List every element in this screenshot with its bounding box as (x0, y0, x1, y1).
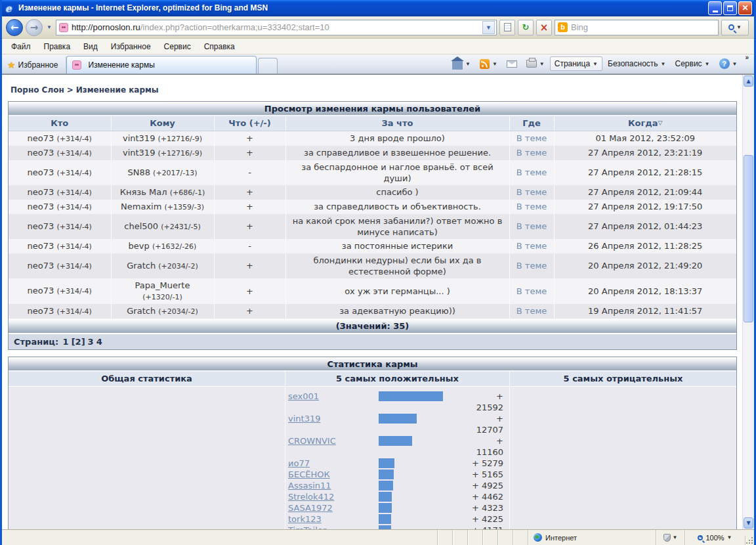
chart-value: + 4225 (469, 513, 503, 525)
topic-link[interactable]: В теме (516, 187, 547, 197)
breadcrumb-root-link[interactable]: Порно Слон (10, 85, 64, 95)
menu-item-Файл[interactable]: Файл (5, 39, 37, 54)
chart-user-link[interactable]: sex001 (288, 391, 379, 402)
column-header-Когда[interactable]: Когда▽ (554, 116, 736, 131)
cell-reason: 3 дня вроде прошло) (285, 131, 509, 146)
forward-button[interactable]: → (26, 19, 43, 36)
toolbar-overflow-chevron[interactable]: » (742, 54, 751, 61)
menu-item-Сервис[interactable]: Сервис (158, 39, 198, 54)
chart-user-link[interactable]: vint319 (288, 413, 379, 424)
print-button[interactable]: ▼ (522, 58, 549, 70)
help-icon: ? (719, 58, 730, 69)
window-title: Изменение кармы - Internet Explorer, opt… (18, 0, 708, 16)
cell-who: neo73 (+314/-4) (9, 278, 111, 304)
menu-item-Избранное[interactable]: Избранное (104, 39, 158, 54)
page-menu-button[interactable]: Страница▼ (550, 56, 602, 71)
receiver-karma: (+12716/-9) (158, 135, 202, 143)
chart-value: + 5279 (469, 458, 503, 469)
help-button[interactable]: ?▼ (715, 56, 742, 71)
topic-link[interactable]: В теме (516, 241, 547, 251)
protected-mode-button[interactable]: ▼ (656, 530, 684, 545)
topic-link[interactable]: В теме (516, 202, 547, 211)
security-zone-indicator: Интернет (528, 530, 656, 545)
column-header-Где[interactable]: Где (509, 116, 554, 131)
safety-menu-button[interactable]: Безопасность▼ (604, 57, 669, 70)
scrollbar-thumb[interactable] (744, 155, 753, 322)
cell-whom: Gratch (+2034/-2) (111, 304, 214, 318)
tab-active[interactable]: Изменение кармы (66, 56, 257, 74)
cell-who: neo73 (+314/-4) (9, 253, 111, 278)
address-dropdown-button[interactable]: ▼ (482, 21, 495, 34)
resize-grip[interactable] (745, 536, 754, 545)
column-header-Что (+/-)[interactable]: Что (+/-) (214, 116, 285, 131)
scroll-up-button[interactable]: ▲ (744, 76, 753, 87)
column-header-Кому[interactable]: Кому (111, 116, 214, 131)
cell-where: В теме (509, 278, 554, 304)
giver-karma: (+314/-4) (56, 287, 91, 295)
compatibility-view-button[interactable] (499, 20, 515, 35)
giver-name: neo73 (28, 221, 54, 231)
chart-user-link[interactable]: TimTailer (288, 525, 379, 530)
chart-user-link[interactable]: Assasin11 (288, 480, 379, 491)
cell-whom: Gratch (+2034/-2) (111, 253, 214, 278)
search-button[interactable]: ▼ (721, 20, 749, 35)
karma-row: neo73 (+314/-4)Князь Мал (+686/-1)+спаси… (9, 185, 736, 200)
topic-link[interactable]: В теме (516, 286, 547, 296)
topic-link[interactable]: В теме (516, 306, 547, 316)
close-button[interactable]: ✕ (738, 1, 752, 15)
search-icon (728, 24, 734, 30)
topic-link[interactable]: В теме (516, 221, 547, 231)
topic-link[interactable]: В теме (516, 133, 547, 143)
column-header-Кто[interactable]: Кто (9, 116, 111, 131)
statusbar-pane (497, 530, 513, 545)
chart-user-link[interactable]: SASA1972 (288, 502, 379, 513)
receiver-karma: (+2431/-5) (161, 223, 200, 231)
topic-link[interactable]: В теме (516, 261, 547, 271)
menu-item-Справка[interactable]: Справка (198, 39, 242, 54)
menu-item-Вид[interactable]: Вид (77, 39, 104, 54)
topic-link[interactable]: В теме (516, 148, 547, 158)
read-mail-button[interactable] (503, 58, 521, 70)
receiver-name: Papa_Muerte (135, 280, 190, 290)
chart-bar-zone (379, 480, 469, 490)
favorites-button[interactable]: ★ Избранное (2, 56, 66, 74)
back-button[interactable]: ← (6, 19, 23, 36)
chart-value: + 5165 (469, 469, 503, 480)
chart-user-link[interactable]: tork123 (288, 513, 379, 525)
page-link-1[interactable]: 1 (63, 337, 69, 347)
chart-user-link[interactable]: Strelok412 (288, 491, 379, 502)
chart-user-link[interactable]: ио77 (288, 458, 379, 469)
restore-button[interactable] (723, 1, 737, 15)
zoom-control[interactable]: 100% ▼ (684, 530, 745, 545)
home-button[interactable]: ▼ (448, 56, 474, 72)
giver-name: neo73 (28, 261, 54, 271)
vertical-scrollbar[interactable]: ▲ ▼ (742, 75, 754, 529)
cell-sign: + (214, 214, 285, 239)
chart-user-link[interactable]: CROWNVIC (288, 435, 379, 447)
search-input[interactable]: b Bing (555, 20, 719, 35)
page-link-3[interactable]: 3 (88, 337, 94, 347)
feeds-button[interactable]: ▼ (476, 57, 501, 71)
minimize-button[interactable] (708, 1, 722, 15)
breadcrumb-current-link[interactable]: Изменение кармы (76, 85, 159, 95)
search-placeholder: Bing (571, 22, 588, 32)
address-field[interactable]: http://pornoslon.ru/index.php?action=oth… (56, 20, 497, 35)
tools-menu-button[interactable]: Сервис▼ (671, 57, 714, 70)
giver-name: neo73 (28, 306, 54, 316)
cell-whom: vint319 (+12716/-9) (111, 131, 214, 146)
chart-row: Assasin11+ 4925 (288, 480, 508, 491)
karma-bar (379, 469, 394, 479)
recent-pages-dropdown[interactable]: ▼ (47, 24, 52, 30)
scroll-down-button[interactable]: ▼ (744, 517, 753, 529)
giver-karma: (+314/-4) (56, 135, 91, 143)
stop-button[interactable]: × (536, 20, 552, 35)
refresh-button[interactable]: ↻ (518, 20, 534, 35)
chart-value: + 4925 (469, 480, 503, 491)
new-tab-button[interactable] (258, 58, 278, 74)
column-header-За что[interactable]: За что (285, 116, 509, 131)
chart-user-link[interactable]: БЕСЁНОК (288, 469, 379, 480)
topic-link[interactable]: В теме (516, 167, 547, 177)
page-link-4[interactable]: 4 (96, 337, 102, 347)
menu-item-Правка[interactable]: Правка (37, 39, 77, 54)
stats-negative-column (510, 387, 736, 530)
